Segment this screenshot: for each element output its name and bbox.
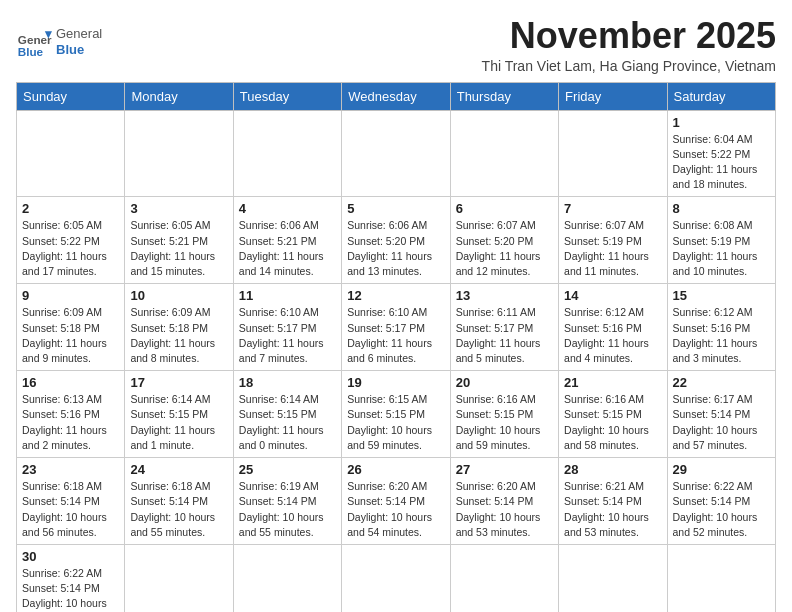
- day-info: Sunrise: 6:09 AM Sunset: 5:18 PM Dayligh…: [130, 305, 227, 366]
- day-number: 30: [22, 549, 119, 564]
- day-info: Sunrise: 6:15 AM Sunset: 5:15 PM Dayligh…: [347, 392, 444, 453]
- day-info: Sunrise: 6:08 AM Sunset: 5:19 PM Dayligh…: [673, 218, 770, 279]
- calendar-cell: 11Sunrise: 6:10 AM Sunset: 5:17 PM Dayli…: [233, 284, 341, 371]
- calendar-cell: [342, 544, 450, 612]
- day-number: 26: [347, 462, 444, 477]
- calendar-cell: 9Sunrise: 6:09 AM Sunset: 5:18 PM Daylig…: [17, 284, 125, 371]
- day-number: 24: [130, 462, 227, 477]
- calendar-cell: 6Sunrise: 6:07 AM Sunset: 5:20 PM Daylig…: [450, 197, 558, 284]
- day-number: 17: [130, 375, 227, 390]
- calendar-cell: [233, 544, 341, 612]
- calendar-cell: 17Sunrise: 6:14 AM Sunset: 5:15 PM Dayli…: [125, 371, 233, 458]
- day-number: 18: [239, 375, 336, 390]
- day-number: 8: [673, 201, 770, 216]
- day-info: Sunrise: 6:14 AM Sunset: 5:15 PM Dayligh…: [239, 392, 336, 453]
- calendar-cell: 20Sunrise: 6:16 AM Sunset: 5:15 PM Dayli…: [450, 371, 558, 458]
- weekday-header-tuesday: Tuesday: [233, 82, 341, 110]
- calendar-cell: 24Sunrise: 6:18 AM Sunset: 5:14 PM Dayli…: [125, 458, 233, 545]
- calendar-cell: 3Sunrise: 6:05 AM Sunset: 5:21 PM Daylig…: [125, 197, 233, 284]
- day-info: Sunrise: 6:10 AM Sunset: 5:17 PM Dayligh…: [239, 305, 336, 366]
- calendar-cell: 13Sunrise: 6:11 AM Sunset: 5:17 PM Dayli…: [450, 284, 558, 371]
- calendar-cell: 19Sunrise: 6:15 AM Sunset: 5:15 PM Dayli…: [342, 371, 450, 458]
- day-info: Sunrise: 6:06 AM Sunset: 5:20 PM Dayligh…: [347, 218, 444, 279]
- calendar-cell: 27Sunrise: 6:20 AM Sunset: 5:14 PM Dayli…: [450, 458, 558, 545]
- calendar-cell: [17, 110, 125, 197]
- calendar-cell: 2Sunrise: 6:05 AM Sunset: 5:22 PM Daylig…: [17, 197, 125, 284]
- day-info: Sunrise: 6:10 AM Sunset: 5:17 PM Dayligh…: [347, 305, 444, 366]
- day-number: 19: [347, 375, 444, 390]
- day-info: Sunrise: 6:07 AM Sunset: 5:20 PM Dayligh…: [456, 218, 553, 279]
- day-info: Sunrise: 6:05 AM Sunset: 5:22 PM Dayligh…: [22, 218, 119, 279]
- day-info: Sunrise: 6:11 AM Sunset: 5:17 PM Dayligh…: [456, 305, 553, 366]
- calendar-cell: [233, 110, 341, 197]
- calendar-week-4: 16Sunrise: 6:13 AM Sunset: 5:16 PM Dayli…: [17, 371, 776, 458]
- day-number: 1: [673, 115, 770, 130]
- day-number: 10: [130, 288, 227, 303]
- day-info: Sunrise: 6:18 AM Sunset: 5:14 PM Dayligh…: [22, 479, 119, 540]
- calendar-cell: [342, 110, 450, 197]
- day-info: Sunrise: 6:19 AM Sunset: 5:14 PM Dayligh…: [239, 479, 336, 540]
- calendar-cell: 7Sunrise: 6:07 AM Sunset: 5:19 PM Daylig…: [559, 197, 667, 284]
- calendar-cell: [667, 544, 775, 612]
- calendar-cell: 28Sunrise: 6:21 AM Sunset: 5:14 PM Dayli…: [559, 458, 667, 545]
- calendar-cell: 15Sunrise: 6:12 AM Sunset: 5:16 PM Dayli…: [667, 284, 775, 371]
- day-info: Sunrise: 6:05 AM Sunset: 5:21 PM Dayligh…: [130, 218, 227, 279]
- calendar-cell: 4Sunrise: 6:06 AM Sunset: 5:21 PM Daylig…: [233, 197, 341, 284]
- day-number: 15: [673, 288, 770, 303]
- day-info: Sunrise: 6:22 AM Sunset: 5:14 PM Dayligh…: [673, 479, 770, 540]
- calendar-cell: 1Sunrise: 6:04 AM Sunset: 5:22 PM Daylig…: [667, 110, 775, 197]
- svg-text:Blue: Blue: [18, 45, 44, 58]
- day-info: Sunrise: 6:12 AM Sunset: 5:16 PM Dayligh…: [564, 305, 661, 366]
- day-number: 11: [239, 288, 336, 303]
- day-number: 16: [22, 375, 119, 390]
- day-number: 25: [239, 462, 336, 477]
- day-number: 4: [239, 201, 336, 216]
- weekday-header-sunday: Sunday: [17, 82, 125, 110]
- calendar-week-3: 9Sunrise: 6:09 AM Sunset: 5:18 PM Daylig…: [17, 284, 776, 371]
- day-number: 21: [564, 375, 661, 390]
- day-number: 6: [456, 201, 553, 216]
- calendar-cell: [125, 110, 233, 197]
- day-info: Sunrise: 6:09 AM Sunset: 5:18 PM Dayligh…: [22, 305, 119, 366]
- day-number: 28: [564, 462, 661, 477]
- day-number: 9: [22, 288, 119, 303]
- calendar-cell: 10Sunrise: 6:09 AM Sunset: 5:18 PM Dayli…: [125, 284, 233, 371]
- title-area: November 2025 Thi Tran Viet Lam, Ha Gian…: [482, 16, 776, 74]
- day-info: Sunrise: 6:07 AM Sunset: 5:19 PM Dayligh…: [564, 218, 661, 279]
- day-number: 22: [673, 375, 770, 390]
- calendar-cell: 21Sunrise: 6:16 AM Sunset: 5:15 PM Dayli…: [559, 371, 667, 458]
- day-number: 29: [673, 462, 770, 477]
- calendar-cell: 23Sunrise: 6:18 AM Sunset: 5:14 PM Dayli…: [17, 458, 125, 545]
- calendar-cell: 8Sunrise: 6:08 AM Sunset: 5:19 PM Daylig…: [667, 197, 775, 284]
- calendar-cell: 5Sunrise: 6:06 AM Sunset: 5:20 PM Daylig…: [342, 197, 450, 284]
- day-info: Sunrise: 6:20 AM Sunset: 5:14 PM Dayligh…: [347, 479, 444, 540]
- day-number: 27: [456, 462, 553, 477]
- weekday-header-row: SundayMondayTuesdayWednesdayThursdayFrid…: [17, 82, 776, 110]
- day-number: 5: [347, 201, 444, 216]
- calendar-cell: [450, 544, 558, 612]
- day-number: 13: [456, 288, 553, 303]
- day-number: 2: [22, 201, 119, 216]
- day-info: Sunrise: 6:14 AM Sunset: 5:15 PM Dayligh…: [130, 392, 227, 453]
- weekday-header-wednesday: Wednesday: [342, 82, 450, 110]
- calendar-cell: [559, 110, 667, 197]
- header: General Blue General Blue November 2025 …: [16, 16, 776, 74]
- day-number: 12: [347, 288, 444, 303]
- day-info: Sunrise: 6:20 AM Sunset: 5:14 PM Dayligh…: [456, 479, 553, 540]
- day-number: 14: [564, 288, 661, 303]
- calendar-cell: 16Sunrise: 6:13 AM Sunset: 5:16 PM Dayli…: [17, 371, 125, 458]
- weekday-header-saturday: Saturday: [667, 82, 775, 110]
- day-info: Sunrise: 6:12 AM Sunset: 5:16 PM Dayligh…: [673, 305, 770, 366]
- calendar-cell: 25Sunrise: 6:19 AM Sunset: 5:14 PM Dayli…: [233, 458, 341, 545]
- day-number: 20: [456, 375, 553, 390]
- calendar-cell: 26Sunrise: 6:20 AM Sunset: 5:14 PM Dayli…: [342, 458, 450, 545]
- day-info: Sunrise: 6:21 AM Sunset: 5:14 PM Dayligh…: [564, 479, 661, 540]
- day-number: 23: [22, 462, 119, 477]
- day-info: Sunrise: 6:16 AM Sunset: 5:15 PM Dayligh…: [456, 392, 553, 453]
- calendar-cell: 12Sunrise: 6:10 AM Sunset: 5:17 PM Dayli…: [342, 284, 450, 371]
- calendar-cell: [125, 544, 233, 612]
- calendar-cell: 30Sunrise: 6:22 AM Sunset: 5:14 PM Dayli…: [17, 544, 125, 612]
- location-subtitle: Thi Tran Viet Lam, Ha Giang Province, Vi…: [482, 58, 776, 74]
- day-info: Sunrise: 6:18 AM Sunset: 5:14 PM Dayligh…: [130, 479, 227, 540]
- calendar-table: SundayMondayTuesdayWednesdayThursdayFrid…: [16, 82, 776, 612]
